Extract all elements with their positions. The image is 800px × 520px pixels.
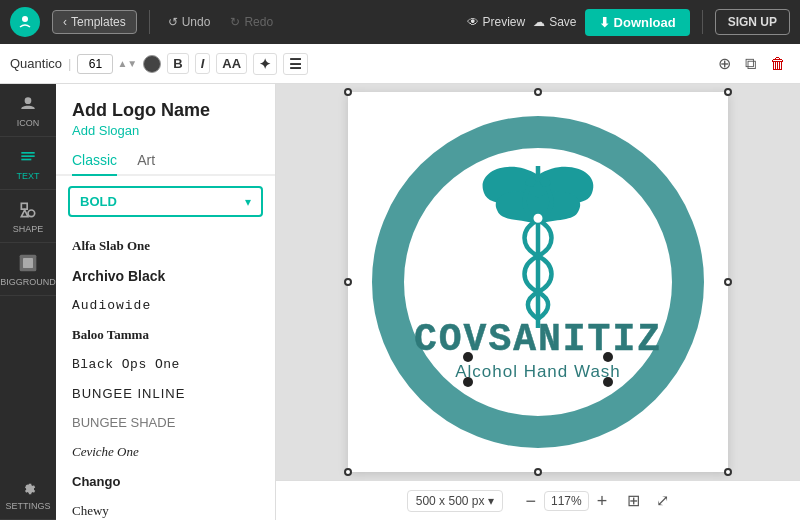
- toolbar-divider-2: [702, 10, 703, 34]
- selection-handle-br[interactable]: [724, 468, 732, 476]
- logo-canvas[interactable]: COVSANITIZ Alcohol Hand Wash: [348, 92, 728, 472]
- svg-point-19: [603, 377, 613, 387]
- zoom-out-button[interactable]: −: [521, 492, 540, 510]
- tab-art[interactable]: Art: [137, 152, 155, 176]
- chevron-down-icon: ▾: [488, 494, 494, 508]
- selection-handle-ml[interactable]: [344, 278, 352, 286]
- svg-point-18: [463, 377, 473, 387]
- zoom-level-label: 117%: [544, 491, 589, 511]
- svg-point-1: [25, 97, 32, 104]
- svg-rect-5: [21, 203, 27, 209]
- logo-name-title: Add Logo Name: [72, 100, 259, 121]
- svg-point-16: [463, 352, 473, 362]
- secondary-toolbar: Quantico | ▲▼ B I AA ✦ ☰ ⊕ ⧉ 🗑: [0, 44, 800, 84]
- color-picker[interactable]: [143, 55, 161, 73]
- fit-button[interactable]: ⤢: [656, 491, 669, 510]
- eye-icon: 👁: [467, 15, 479, 29]
- templates-button[interactable]: ‹ Templates: [52, 10, 137, 34]
- sidebar-item-settings[interactable]: SETTINGS: [0, 467, 56, 520]
- canvas-size-label: 500 x 500 px: [416, 494, 485, 508]
- canvas-bottom-bar: 500 x 500 px ▾ − 117% + ⊞ ⤢: [276, 480, 800, 520]
- spacing-button[interactable]: ☰: [283, 53, 308, 75]
- preview-button[interactable]: 👁 Preview: [467, 15, 526, 29]
- font-item-bungee[interactable]: BUNGEE INLINE: [56, 379, 275, 408]
- save-button[interactable]: ☁ Save: [533, 15, 576, 29]
- font-size-input[interactable]: [77, 54, 113, 74]
- svg-text:Alcohol Hand Wash: Alcohol Hand Wash: [455, 362, 621, 381]
- font-item-ceviche[interactable]: Ceviche One: [56, 437, 275, 467]
- font-style-dropdown[interactable]: BOLD ▾: [68, 186, 263, 217]
- selection-handle-bl[interactable]: [344, 468, 352, 476]
- font-item-chango[interactable]: Chango: [56, 467, 275, 496]
- effects-button[interactable]: ✦: [253, 53, 277, 75]
- font-item-baloo[interactable]: Baloo Tamma: [56, 320, 275, 350]
- font-panel: Add Logo Name Add Slogan Classic Art BOL…: [56, 84, 276, 520]
- font-list: Alfa Slab OneArchivo BlackAudiowideBaloo…: [56, 227, 275, 520]
- zoom-in-button[interactable]: +: [593, 492, 612, 510]
- svg-point-13: [533, 213, 544, 224]
- svg-rect-3: [21, 155, 34, 157]
- selection-handle-bm[interactable]: [534, 468, 542, 476]
- svg-text:COVSANITIZ: COVSANITIZ: [414, 318, 662, 361]
- font-item-archivo[interactable]: Archivo Black: [56, 261, 275, 291]
- logo-svg-container: COVSANITIZ Alcohol Hand Wash: [348, 92, 728, 472]
- font-name-label: Quantico: [10, 56, 62, 71]
- selection-handle-tm[interactable]: [534, 88, 542, 96]
- font-item-audiowide[interactable]: Audiowide: [56, 291, 275, 320]
- font-tabs: Classic Art: [56, 142, 275, 176]
- font-item-alfa[interactable]: Alfa Slab One: [56, 231, 275, 261]
- selection-handle-tl[interactable]: [344, 88, 352, 96]
- redo-icon: ↻: [230, 15, 240, 29]
- font-item-blackops[interactable]: Black Ops One: [56, 350, 275, 379]
- redo-button[interactable]: ↻ Redo: [224, 11, 279, 33]
- svg-rect-2: [21, 152, 34, 154]
- font-selector[interactable]: Quantico | ▲▼: [10, 54, 137, 74]
- sidebar-item-text[interactable]: TEXT: [0, 137, 56, 190]
- svg-marker-7: [21, 210, 28, 217]
- layers-button[interactable]: ⊕: [714, 52, 735, 75]
- font-panel-header: Add Logo Name Add Slogan: [56, 84, 275, 142]
- toolbar-divider: [149, 10, 150, 34]
- svg-point-17: [603, 352, 613, 362]
- chevron-down-icon: ▾: [245, 195, 251, 209]
- svg-rect-9: [23, 258, 33, 268]
- italic-button[interactable]: I: [195, 53, 211, 74]
- font-item-chewy[interactable]: Chewy: [56, 496, 275, 520]
- undo-icon: ↺: [168, 15, 178, 29]
- sidebar-item-shape[interactable]: SHAPE: [0, 190, 56, 243]
- bold-button[interactable]: B: [167, 53, 188, 74]
- grid-view-button[interactable]: ⊞: [627, 491, 640, 510]
- svg-point-6: [28, 210, 35, 217]
- app-logo[interactable]: [10, 7, 40, 37]
- selection-handle-tr[interactable]: [724, 88, 732, 96]
- sidebar-item-background[interactable]: BIGGROUND: [0, 243, 56, 296]
- cloud-icon: ☁: [533, 15, 545, 29]
- signup-button[interactable]: SIGN UP: [715, 9, 790, 35]
- icon-sidebar: ICON TEXT SHAPE BIGGROUND SETTINGS: [0, 84, 56, 520]
- canvas-area: COVSANITIZ Alcohol Hand Wash 500 x 500 p…: [276, 84, 800, 520]
- font-item-bungeeshade[interactable]: BUNGEE SHADE: [56, 408, 275, 437]
- delete-button[interactable]: 🗑: [766, 53, 790, 75]
- undo-button[interactable]: ↺ Undo: [162, 11, 217, 33]
- chevron-left-icon: ‹: [63, 15, 67, 29]
- font-style-label: BOLD: [80, 194, 117, 209]
- font-size-divider: |: [68, 56, 71, 71]
- size-selector[interactable]: 500 x 500 px ▾: [407, 490, 504, 512]
- duplicate-button[interactable]: ⧉: [741, 53, 760, 75]
- zoom-controls: − 117% +: [521, 491, 611, 511]
- main-area: ICON TEXT SHAPE BIGGROUND SETTINGS Add L…: [0, 84, 800, 520]
- caps-button[interactable]: AA: [216, 53, 247, 74]
- svg-rect-4: [21, 159, 31, 161]
- sidebar-item-icon[interactable]: ICON: [0, 84, 56, 137]
- svg-point-0: [22, 16, 28, 22]
- download-icon: ⬇: [599, 15, 610, 30]
- slogan-label[interactable]: Add Slogan: [72, 123, 259, 138]
- selection-handle-mr[interactable]: [724, 278, 732, 286]
- top-toolbar: ‹ Templates ↺ Undo ↻ Redo 👁 Preview ☁ Sa…: [0, 0, 800, 44]
- tab-classic[interactable]: Classic: [72, 152, 117, 176]
- font-size-arrows: ▲▼: [117, 58, 137, 69]
- canvas-wrapper: COVSANITIZ Alcohol Hand Wash: [276, 84, 800, 480]
- download-button[interactable]: ⬇ Download: [585, 9, 690, 36]
